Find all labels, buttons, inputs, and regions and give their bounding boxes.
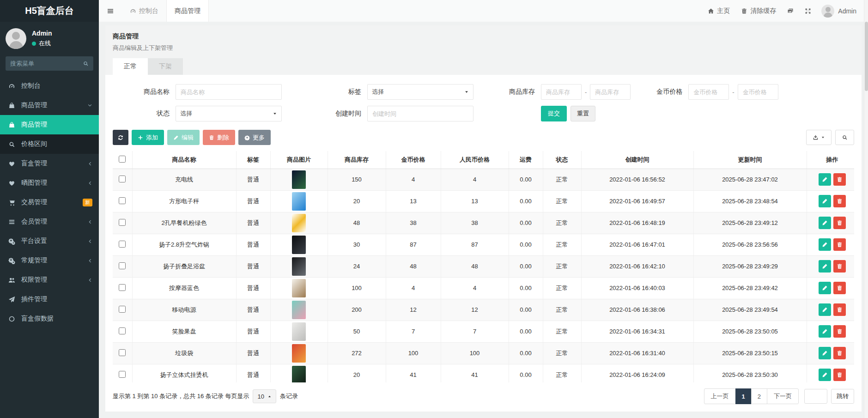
product-name-input[interactable] — [176, 84, 282, 100]
row-checkbox[interactable] — [119, 349, 126, 356]
jump-button[interactable]: 跳转 — [831, 389, 854, 404]
sidebar-item[interactable]: 盲盒管理 — [0, 154, 99, 173]
edit-row-button[interactable] — [819, 260, 831, 273]
prev-page-button[interactable]: 上一页 — [704, 388, 736, 404]
tag-select[interactable]: 选择 — [367, 84, 473, 100]
row-checkbox[interactable] — [119, 371, 126, 378]
sidebar-item[interactable]: 晒图管理 — [0, 173, 99, 193]
admin-menu[interactable]: Admin — [838, 7, 863, 15]
tab-goods-management[interactable]: 商品管理 — [166, 0, 209, 22]
gold-min-input[interactable] — [688, 84, 729, 100]
tab-offshelf[interactable]: 下架 — [148, 58, 183, 75]
add-button[interactable]: 添加 — [132, 130, 164, 145]
edit-row-button[interactable] — [819, 217, 831, 229]
product-image[interactable] — [292, 279, 306, 297]
product-image[interactable] — [292, 257, 306, 276]
delete-row-button[interactable] — [833, 303, 846, 316]
product-image[interactable] — [292, 170, 306, 189]
edit-row-button[interactable] — [819, 282, 831, 294]
row-checkbox[interactable] — [119, 262, 126, 269]
menu-search-input[interactable] — [10, 60, 83, 67]
sidebar-item[interactable]: 权限管理 — [0, 270, 99, 290]
home-link[interactable]: 主页 — [702, 0, 735, 22]
product-image[interactable] — [292, 236, 306, 254]
edit-row-button[interactable] — [819, 369, 831, 381]
clear-cache-link[interactable]: 清除缓存 — [735, 0, 782, 22]
sidebar-item[interactable]: 会员管理 — [0, 212, 99, 231]
delete-row-button[interactable] — [833, 195, 846, 207]
gold-max-input[interactable] — [738, 84, 778, 100]
sidebar-item[interactable]: 控制台 — [0, 76, 99, 96]
column-header[interactable]: 操作 — [807, 151, 854, 169]
edit-row-button[interactable] — [819, 238, 831, 251]
select-all-checkbox[interactable] — [119, 156, 126, 163]
sidebar-item[interactable]: 插件管理 — [0, 290, 99, 309]
stock-max-input[interactable] — [590, 84, 631, 100]
stock-min-input[interactable] — [541, 84, 582, 100]
column-header[interactable]: 商品图片 — [270, 151, 328, 169]
sidebar-item[interactable]: 商品管理 — [0, 115, 99, 134]
delete-row-button[interactable] — [833, 173, 846, 186]
column-header[interactable]: 更新时间 — [693, 151, 807, 169]
sidebar-item[interactable]: 交易管理新 — [0, 193, 99, 212]
sidebar-item[interactable]: 常规管理 — [0, 251, 99, 270]
row-checkbox[interactable] — [119, 327, 126, 334]
delete-row-button[interactable] — [833, 282, 846, 294]
delete-row-button[interactable] — [833, 217, 846, 229]
jump-page-input[interactable] — [804, 389, 827, 404]
refresh-button[interactable] — [113, 130, 128, 145]
column-header[interactable]: 商品库存 — [328, 151, 386, 169]
edit-row-button[interactable] — [819, 173, 831, 186]
page-size-select[interactable]: 10 — [253, 389, 276, 403]
search-icon[interactable] — [83, 61, 89, 67]
product-image[interactable] — [292, 344, 306, 363]
row-checkbox[interactable] — [119, 176, 126, 182]
column-header[interactable]: 人民币价格 — [441, 151, 509, 169]
delete-row-button[interactable] — [833, 369, 846, 381]
images-button[interactable] — [782, 0, 799, 22]
page-number-button[interactable]: 2 — [751, 388, 767, 404]
column-header[interactable]: 标签 — [236, 151, 270, 169]
product-image[interactable] — [292, 301, 306, 319]
fullscreen-button[interactable] — [799, 0, 817, 22]
row-checkbox[interactable] — [119, 197, 126, 204]
search-toggle-button[interactable] — [835, 130, 854, 145]
column-header[interactable]: 金币价格 — [386, 151, 441, 169]
page-number-button[interactable]: 1 — [735, 388, 752, 404]
sidebar-item[interactable]: 价格区间 — [0, 134, 99, 154]
row-checkbox[interactable] — [119, 241, 126, 248]
column-header[interactable]: 运费 — [509, 151, 543, 169]
delete-row-button[interactable] — [833, 260, 846, 273]
created-time-input[interactable] — [367, 106, 473, 121]
next-page-button[interactable]: 下一页 — [767, 388, 799, 404]
product-image[interactable] — [292, 322, 306, 341]
tab-normal[interactable]: 正常 — [113, 58, 148, 75]
row-checkbox[interactable] — [119, 306, 126, 313]
scrollbar-thumb[interactable] — [865, 22, 868, 91]
product-image[interactable] — [292, 366, 306, 383]
tab-dashboard[interactable]: 控制台 — [122, 0, 166, 22]
sidebar-item[interactable]: 商品管理 — [0, 96, 99, 115]
reset-button[interactable]: 重置 — [571, 106, 595, 121]
more-button[interactable]: 更多 — [238, 130, 271, 145]
edit-row-button[interactable] — [819, 347, 831, 359]
status-select[interactable]: 选择 — [176, 106, 282, 121]
product-image[interactable] — [292, 214, 306, 232]
export-button[interactable] — [806, 130, 832, 145]
sidebar-item[interactable]: 盲盒假数据 — [0, 309, 99, 328]
edit-row-button[interactable] — [819, 325, 831, 338]
row-checkbox[interactable] — [119, 219, 126, 226]
delete-row-button[interactable] — [833, 325, 846, 338]
delete-row-button[interactable] — [833, 238, 846, 251]
delete-row-button[interactable] — [833, 347, 846, 359]
scrollbar[interactable] — [864, 0, 868, 418]
sidebar-item[interactable]: 平台设置 — [0, 231, 99, 251]
edit-button[interactable]: 编辑 — [167, 130, 200, 145]
row-checkbox[interactable] — [119, 284, 126, 291]
submit-button[interactable]: 提交 — [541, 106, 567, 121]
edit-row-button[interactable] — [819, 195, 831, 207]
column-header[interactable]: 创建时间 — [581, 151, 693, 169]
delete-button[interactable]: 删除 — [203, 130, 235, 145]
edit-row-button[interactable] — [819, 303, 831, 316]
column-header[interactable]: 状态 — [543, 151, 581, 169]
